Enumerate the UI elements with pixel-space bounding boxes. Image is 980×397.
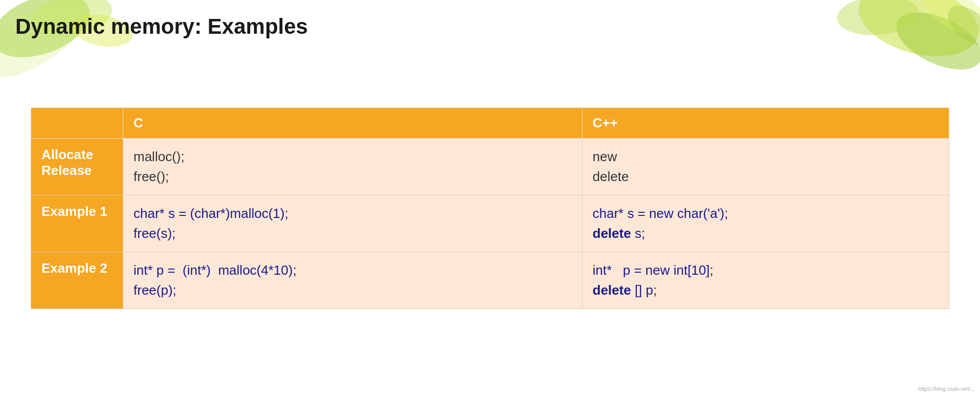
example1-cpp-code: char* s = new char('a');delete s;: [593, 206, 728, 241]
svg-point-4: [851, 0, 980, 69]
table-header-row: C C++: [31, 108, 949, 139]
header-c-cell: C: [123, 108, 583, 139]
svg-point-7: [915, 0, 980, 43]
example2-cpp-cell: int* p = new int[10];delete [] p;: [582, 252, 949, 309]
main-table-container: C C++ AllocateRelease malloc();free(); n…: [31, 107, 949, 309]
memory-examples-table: C C++ AllocateRelease malloc();free(); n…: [31, 107, 949, 309]
header-cpp-cell: C++: [582, 108, 949, 139]
example2-c-cell: int* p = (int*) malloc(4*10);free(p);: [123, 252, 583, 309]
allocate-c-code: malloc();free();: [133, 149, 185, 184]
example1-cpp-cell: char* s = new char('a');delete s;: [582, 195, 949, 252]
example1-c-cell: char* s = (char*)malloc(1);free(s);: [123, 195, 583, 252]
row-header-allocate: AllocateRelease: [31, 139, 123, 195]
header-label-cell: [31, 108, 123, 139]
page-title: Dynamic memory: Examples: [15, 14, 308, 39]
svg-point-8: [941, 0, 980, 53]
example2-c-code: int* p = (int*) malloc(4*10);free(p);: [133, 262, 297, 298]
watermark: https://blog.csdn.net/...: [918, 386, 975, 392]
svg-point-5: [887, 1, 980, 81]
row-header-example1: Example 1: [31, 195, 123, 252]
example1-c-code: char* s = (char*)malloc(1);free(s);: [133, 206, 288, 241]
allocate-release-label: AllocateRelease: [41, 147, 93, 178]
row-header-example2: Example 2: [31, 252, 123, 309]
allocate-c-cell: malloc();free();: [123, 139, 583, 195]
allocate-cpp-cell: newdelete: [582, 139, 949, 195]
example2-cpp-code: int* p = new int[10];delete [] p;: [593, 262, 714, 298]
allocate-cpp-code: newdelete: [593, 149, 629, 184]
table-row-example2: Example 2 int* p = (int*) malloc(4*10);f…: [31, 252, 949, 309]
example2-label: Example 2: [41, 260, 107, 276]
example1-label: Example 1: [41, 204, 107, 219]
svg-point-6: [835, 0, 920, 38]
table-row-example1: Example 1 char* s = (char*)malloc(1);fre…: [31, 195, 949, 252]
table-row-allocate: AllocateRelease malloc();free(); newdele…: [31, 139, 949, 195]
